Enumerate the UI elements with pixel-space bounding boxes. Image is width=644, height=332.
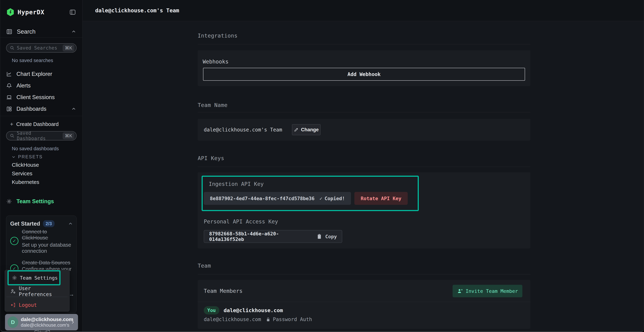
check-glyph: ✓ (12, 238, 16, 244)
page-header: dale@clickhouse.com's Team (83, 0, 644, 21)
user-gear-icon (10, 288, 16, 294)
logo-row: HyperDX (6, 7, 76, 17)
plus-icon: + (10, 121, 14, 128)
check-icon: ✓ (320, 196, 322, 201)
chevron-up-icon (71, 29, 76, 34)
member-name: dale@clickhouse.com (224, 307, 283, 314)
get-started-item-title[interactable]: Connect to ClickHouse (22, 228, 72, 241)
create-dashboard-button[interactable]: + Create Dashboard (10, 121, 59, 128)
sidebar-item-kubernetes[interactable]: Kubernetes (12, 179, 39, 185)
sidebar-item-clickhouse[interactable]: ClickHouse (12, 162, 39, 168)
laptop-icon (6, 94, 12, 100)
logout-icon (10, 302, 16, 308)
collapse-sidebar-icon[interactable] (69, 8, 76, 16)
sidebar-item-chart-explorer[interactable]: Chart Explorer (6, 70, 76, 79)
invite-button-label: Invite Team Member (466, 288, 518, 294)
copied-status: ✓ Copied! (320, 196, 345, 201)
search-icon (10, 133, 15, 138)
menu-item-label: User Preferences (19, 286, 67, 297)
gear-icon (6, 198, 12, 204)
saved-searches-placeholder: Saved Searches (17, 45, 57, 50)
sidebar-item-client-sessions[interactable]: Client Sessions (6, 93, 76, 102)
get-started-header[interactable]: Get Started 2/3 (10, 220, 73, 227)
chart-icon (6, 71, 12, 77)
change-button-label: Change (301, 127, 318, 132)
search-icon (10, 46, 15, 50)
check-circle-icon: ✓ (10, 237, 18, 245)
api-keys-card: Ingestion API Key 8e887902-4ed7-44ea-8fe… (198, 172, 530, 248)
invite-team-member-button[interactable]: Invite Team Member (452, 285, 522, 297)
search-section-label: Search (17, 28, 36, 35)
user-plus-icon (457, 288, 463, 294)
get-started-item-desc: Set up your database connection (22, 242, 72, 254)
progress-badge: 2/3 (43, 220, 54, 227)
menu-item-label: Team Settings (20, 275, 58, 281)
team-name-heading: Team Name (198, 102, 228, 108)
user-chip-texts: dale@clickhouse.com dale@clickhouse.com'… (21, 316, 70, 328)
webhooks-card: Webhooks Add Webhook (198, 50, 530, 86)
no-saved-dashboards-note: No saved dashboards (12, 146, 59, 152)
page-title: dale@clickhouse.com's Team (95, 7, 179, 14)
team-members-card: Team Members Invite Team Member You dale… (198, 280, 530, 329)
get-started-title: Get Started (10, 220, 40, 227)
menu-item-user-preferences[interactable]: User Preferences (10, 287, 67, 296)
lock-icon (266, 317, 270, 322)
sidebar-item-alerts[interactable]: Alerts (6, 81, 76, 90)
personal-api-key-label: Personal API Access Key (204, 218, 278, 225)
sidebar-item-services[interactable]: Services (12, 170, 32, 176)
account-menu-popup: Team Settings User Preferences Logout (5, 270, 70, 312)
nav-label: Chart Explorer (16, 71, 52, 77)
rotate-api-key-button[interactable]: Rotate API Key (354, 192, 408, 205)
cmd-k-shortcut: ⌘K (62, 132, 74, 139)
gear-icon (12, 275, 17, 281)
presets-accordion-header[interactable]: PRESETS (11, 154, 43, 160)
search-section-header[interactable]: Search (6, 27, 76, 36)
member-row: You dale@clickhouse.com (204, 306, 283, 314)
personal-key-chip[interactable]: 87982668-58b1-4d6e-a620-014a136f52eb Cop… (204, 230, 342, 243)
team-heading: Team (198, 262, 211, 269)
logo-wordmark: HyperDX (18, 8, 44, 16)
you-badge: You (204, 306, 219, 314)
nav-label: Client Sessions (16, 94, 55, 100)
api-keys-heading: API Keys (198, 155, 224, 161)
pencil-icon (294, 127, 299, 132)
chevron-right-icon (70, 320, 76, 325)
team-settings-highlight-annotation: Team Settings (8, 270, 60, 285)
sidebar-item-dashboards[interactable]: Dashboards (6, 104, 76, 114)
hyperdx-logo-icon (6, 8, 15, 17)
team-members-header: Team Members Invite Team Member (198, 280, 530, 302)
journal-icon (6, 28, 12, 35)
ingestion-key-value: 8e887902-4ed7-44ea-8fec-f47cd578be36 (210, 196, 314, 201)
personal-key-value: 87982668-58b1-4d6e-a620-014a136f52eb (209, 231, 314, 242)
team-name-value: dale@clickhouse.com's Team (204, 119, 282, 140)
menu-item-label: Logout (19, 302, 37, 308)
cmd-k-shortcut: ⌘K (62, 44, 74, 52)
clipboard-icon (317, 234, 322, 239)
section-divider (198, 167, 530, 167)
saved-dashboards-placeholder: Saved Dashboards (17, 130, 62, 141)
add-webhook-button[interactable]: Add Webhook (203, 68, 525, 81)
main-area: dale@clickhouse.com's Team Integrations … (83, 0, 644, 332)
arrow-right-icon[interactable]: → (69, 291, 74, 297)
member-details-row: dale@clickhouse.com Password Auth (204, 316, 312, 322)
change-team-name-button[interactable]: Change (292, 124, 320, 135)
user-team-name: dale@clickhouse.com's (21, 322, 70, 328)
saved-searches-input[interactable]: Saved Searches ⌘K (6, 43, 76, 52)
user-account-chip[interactable]: D dale@clickhouse.com dale@clickhouse.co… (5, 314, 78, 330)
copied-label: Copied! (324, 196, 345, 201)
get-started-item-title[interactable]: Create Data Sources (22, 260, 77, 266)
menu-item-team-settings[interactable]: Team Settings (9, 272, 59, 284)
ingestion-key-chip[interactable]: 8e887902-4ed7-44ea-8fec-f47cd578be36 ✓ C… (204, 192, 351, 205)
chevron-down-icon (11, 154, 16, 159)
menu-item-logout[interactable]: Logout (10, 301, 67, 309)
saved-dashboards-input[interactable]: Saved Dashboards ⌘K (6, 131, 76, 140)
chevron-up-icon (68, 221, 73, 226)
team-settings-label: Team Settings (16, 198, 54, 205)
avatar: D (8, 316, 18, 328)
webhooks-card-title: Webhooks (203, 58, 228, 65)
dashboard-grid-icon (6, 106, 12, 112)
sidebar-item-team-settings[interactable]: Team Settings (6, 198, 54, 205)
chevron-up-icon (71, 106, 76, 112)
copy-button[interactable]: Copy (325, 234, 337, 239)
integrations-heading: Integrations (198, 32, 238, 39)
